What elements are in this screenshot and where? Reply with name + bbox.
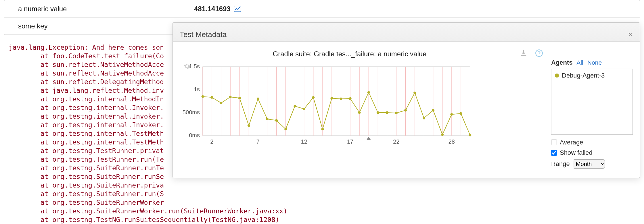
agents-none-link[interactable]: None xyxy=(587,59,602,66)
svg-point-46 xyxy=(220,102,223,104)
metadata-row: a numeric value 481.141693 xyxy=(4,0,640,18)
agent-label: Debug-Agent-3 xyxy=(562,72,605,79)
svg-point-52 xyxy=(275,119,278,122)
svg-text:0ms: 0ms xyxy=(189,132,200,138)
svg-point-69 xyxy=(432,109,434,112)
svg-marker-43 xyxy=(366,137,371,140)
svg-point-68 xyxy=(423,117,425,119)
series-color-icon xyxy=(555,74,559,78)
svg-point-47 xyxy=(229,96,232,98)
agents-all-link[interactable]: All xyxy=(577,59,583,66)
svg-point-59 xyxy=(340,98,342,100)
help-icon[interactable] xyxy=(535,49,543,59)
svg-point-53 xyxy=(284,128,287,130)
agent-item[interactable]: Debug-Agent-3 xyxy=(555,72,629,79)
chart-plot[interactable]: 0ms500ms1s1.5s2712172228 xyxy=(180,64,473,147)
test-metadata-popup: Test Metadata ✕ Gradle suite: Gradle tes… xyxy=(172,22,640,178)
agents-list: Debug-Agent-3 xyxy=(551,69,633,135)
svg-point-64 xyxy=(386,111,388,114)
svg-point-49 xyxy=(248,124,250,127)
svg-point-60 xyxy=(349,97,352,100)
svg-point-54 xyxy=(294,105,296,107)
svg-point-71 xyxy=(450,113,453,116)
gear-icon[interactable] xyxy=(184,63,191,71)
agents-label: Agents xyxy=(551,59,573,66)
svg-point-51 xyxy=(266,118,269,120)
metadata-key: a numeric value xyxy=(4,5,194,13)
svg-point-55 xyxy=(303,108,305,110)
svg-text:17: 17 xyxy=(347,138,353,145)
svg-point-57 xyxy=(321,128,324,130)
svg-text:22: 22 xyxy=(393,138,399,145)
svg-rect-2 xyxy=(203,67,470,136)
close-icon[interactable]: ✕ xyxy=(628,31,633,38)
svg-point-45 xyxy=(211,96,213,99)
svg-text:28: 28 xyxy=(448,138,455,145)
svg-point-61 xyxy=(358,111,361,114)
svg-text:2: 2 xyxy=(210,138,214,145)
svg-point-58 xyxy=(330,97,333,100)
svg-point-66 xyxy=(404,109,407,112)
chart-icon[interactable] xyxy=(234,5,241,12)
svg-point-70 xyxy=(441,133,444,136)
svg-point-48 xyxy=(238,97,241,99)
show-failed-checkbox[interactable]: Show failed xyxy=(551,149,633,157)
svg-point-62 xyxy=(367,91,370,94)
chart-title: Gradle suite: Gradle tes..._failure: a n… xyxy=(180,50,520,58)
metadata-value: 481.141693 xyxy=(194,5,234,13)
svg-point-73 xyxy=(469,134,471,136)
svg-point-56 xyxy=(312,96,315,99)
svg-text:7: 7 xyxy=(256,138,260,145)
range-label: Range xyxy=(551,160,570,168)
range-select[interactable]: Month xyxy=(573,159,605,169)
download-icon[interactable] xyxy=(520,49,528,59)
svg-text:1s: 1s xyxy=(194,86,200,92)
svg-text:12: 12 xyxy=(301,138,307,145)
svg-point-72 xyxy=(459,112,462,115)
svg-point-67 xyxy=(413,92,416,94)
popup-title: Test Metadata xyxy=(180,30,227,39)
svg-point-44 xyxy=(202,95,204,98)
metadata-key: some key xyxy=(4,22,194,30)
average-checkbox[interactable]: Average xyxy=(551,139,633,146)
svg-point-65 xyxy=(395,112,398,114)
svg-point-63 xyxy=(377,111,379,114)
svg-text:500ms: 500ms xyxy=(183,109,200,115)
svg-point-50 xyxy=(257,98,259,100)
